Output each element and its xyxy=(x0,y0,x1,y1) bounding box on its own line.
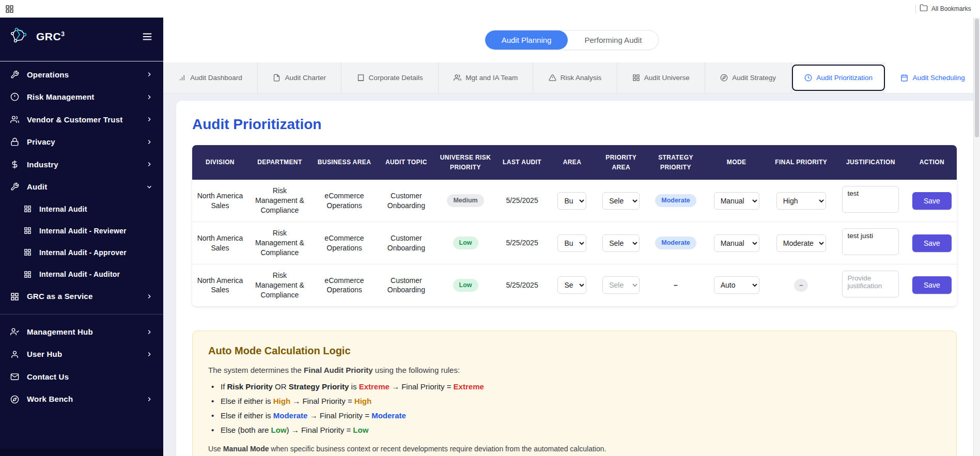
sidebar-item-label: Internal Audit - Auditor xyxy=(39,270,120,279)
mode-select[interactable]: Manual xyxy=(714,234,759,252)
user-icon xyxy=(10,350,19,359)
chevron-right-icon xyxy=(146,328,153,336)
tab-label: Audit Prioritization xyxy=(816,74,873,82)
rule-list: If Risk Priority OR Strategy Priority is… xyxy=(208,382,941,434)
tab-risk-analysis[interactable]: Risk Analysis xyxy=(533,62,617,93)
col-universe-risk-priority: UNIVERSE RISK PRIORITY xyxy=(435,145,496,180)
division-cell: North America Sales xyxy=(192,180,248,222)
universe-risk-badge: Low xyxy=(453,279,478,292)
tab-corporate-details[interactable]: Corporate Details xyxy=(341,62,439,93)
mail-icon xyxy=(10,372,19,381)
sidebar-item-privacy[interactable]: Privacy xyxy=(0,131,163,153)
business-area-cell: eCommerce Operations xyxy=(312,264,377,307)
tab-audit-dashboard[interactable]: Audit Dashboard xyxy=(163,62,258,93)
sidebar-item-management-hub[interactable]: Management Hub xyxy=(0,321,163,343)
priority-area-select[interactable]: Sele xyxy=(602,234,640,252)
sidebar-item-work-bench[interactable]: Work Bench xyxy=(0,388,163,411)
audit-mode-toggle: Audit Planning Performing Audit xyxy=(485,30,659,50)
chevron-right-icon xyxy=(146,293,153,300)
hamburger-menu-icon[interactable] xyxy=(142,31,153,42)
save-button[interactable]: Save xyxy=(912,276,952,294)
sidebar-item-industry[interactable]: Industry xyxy=(0,153,163,176)
final-priority-select[interactable]: Moderate xyxy=(776,234,826,252)
last-audit-cell: 5/25/2025 xyxy=(496,264,549,307)
justification-textarea[interactable]: test justi xyxy=(842,228,899,255)
lock-icon xyxy=(10,137,19,146)
priority-area-select[interactable]: Sele xyxy=(602,192,640,210)
bar-chart-icon xyxy=(178,74,186,82)
chevron-right-icon xyxy=(146,351,153,358)
apps-grid-icon[interactable] xyxy=(5,5,14,13)
universe-risk-badge: Low xyxy=(453,237,478,249)
sidebar-item-internal-audit-approver[interactable]: Internal Audit - Approver xyxy=(0,242,163,263)
prioritization-table: DIVISION DEPARTMENT BUSINESS AREA AUDIT … xyxy=(192,145,957,307)
tab-audit-universe[interactable]: Audit Universe xyxy=(617,62,705,93)
users-icon xyxy=(10,115,19,124)
area-select[interactable]: Bu xyxy=(557,192,586,210)
final-priority-select[interactable]: High xyxy=(776,192,826,210)
content-card: Audit Prioritization DIVISION DEP xyxy=(176,100,980,456)
sidebar-item-label: Audit xyxy=(27,182,47,192)
grid-icon xyxy=(24,271,32,278)
final-priority-badge: – xyxy=(794,279,808,292)
people-icon xyxy=(454,74,461,82)
table-row: North America Sales Risk Management & Co… xyxy=(192,264,957,307)
wrench-icon xyxy=(10,182,19,191)
sidebar-item-user-hub[interactable]: User Hub xyxy=(0,343,163,366)
info-box-footer: Use Manual Mode when specific business c… xyxy=(208,445,941,453)
grid-icon xyxy=(10,292,19,301)
area-select[interactable]: Bu xyxy=(557,234,586,252)
main-area: Audit Planning Performing Audit Audit Da… xyxy=(163,18,980,456)
sidebar-item-label: Vendor & Customer Trust xyxy=(27,115,122,125)
col-justification: JUSTIFICATION xyxy=(834,145,907,180)
save-button[interactable]: Save xyxy=(912,192,952,210)
tab-performing-audit[interactable]: Performing Audit xyxy=(568,30,658,50)
grid-icon xyxy=(632,74,640,82)
scrollbar-thumb[interactable] xyxy=(975,19,979,137)
sidebar-item-contact-us[interactable]: Contact Us xyxy=(0,366,163,388)
sidebar-item-risk-management[interactable]: Risk Management xyxy=(0,86,163,108)
sidebar-item-internal-audit[interactable]: Internal Audit xyxy=(0,198,163,220)
tab-label: Audit Scheduling xyxy=(912,74,965,82)
tab-audit-prioritization[interactable]: Audit Prioritization xyxy=(792,65,885,91)
sidebar-item-label: GRC as a Service xyxy=(27,291,92,302)
tab-mgt-and-ia-team[interactable]: Mgt and IA Team xyxy=(439,62,534,93)
sidebar-item-label: Privacy xyxy=(27,137,55,147)
sidebar-item-grc-as-a-service[interactable]: GRC as a Service xyxy=(0,285,163,308)
sidebar-item-internal-audit-reviewer[interactable]: Internal Audit - Reviewer xyxy=(0,220,163,242)
priority-area-select[interactable]: Sele xyxy=(602,276,640,294)
tab-audit-scheduling[interactable]: Audit Scheduling xyxy=(885,62,980,93)
rule-extreme: If Risk Priority OR Strategy Priority is… xyxy=(208,382,941,391)
tab-label: Audit Universe xyxy=(644,74,690,82)
mode-select[interactable]: Auto xyxy=(714,276,759,294)
sidebar-item-audit[interactable]: Audit xyxy=(0,176,163,198)
col-area: AREA xyxy=(549,145,596,180)
sidebar-item-label: Operations xyxy=(27,70,69,80)
rule-low: Else (both are Low) → Final Priority = L… xyxy=(208,426,941,434)
strategy-priority-badge: Moderate xyxy=(655,194,696,207)
strategy-priority-dash: – xyxy=(674,281,678,289)
tab-label: Risk Analysis xyxy=(561,74,602,82)
sidebar-item-security-compliance[interactable]: Security, Compliance xyxy=(0,54,163,61)
mode-select[interactable]: Manual xyxy=(714,192,759,210)
sidebar-item-internal-audit-auditor[interactable]: Internal Audit - Auditor xyxy=(0,263,163,285)
tab-audit-charter[interactable]: Audit Charter xyxy=(258,62,341,93)
chevron-right-icon xyxy=(146,71,153,78)
justification-textarea[interactable]: test xyxy=(842,186,899,213)
chevron-right-icon xyxy=(146,161,153,168)
sidebar-item-operations[interactable]: Operations xyxy=(0,64,163,86)
tab-label: Audit Dashboard xyxy=(190,74,242,82)
department-cell: Risk Management & Compliance xyxy=(248,264,312,307)
tab-audit-planning[interactable]: Audit Planning xyxy=(485,30,568,50)
sidebar-item-vendor-customer-trust[interactable]: Vendor & Customer Trust xyxy=(0,108,163,131)
justification-textarea[interactable] xyxy=(842,271,899,297)
tab-audit-strategy[interactable]: Audit Strategy xyxy=(705,62,791,93)
all-bookmarks-label[interactable]: All Bookmarks xyxy=(931,5,971,12)
sidebar-item-label: Industry xyxy=(27,160,58,170)
division-cell: North America Sales xyxy=(192,264,248,307)
chevron-right-icon xyxy=(146,138,153,146)
bookmarks-folder-icon[interactable] xyxy=(920,4,928,14)
browser-scrollbar[interactable] xyxy=(973,18,980,456)
save-button[interactable]: Save xyxy=(912,234,952,252)
area-select[interactable]: Se xyxy=(557,276,586,294)
